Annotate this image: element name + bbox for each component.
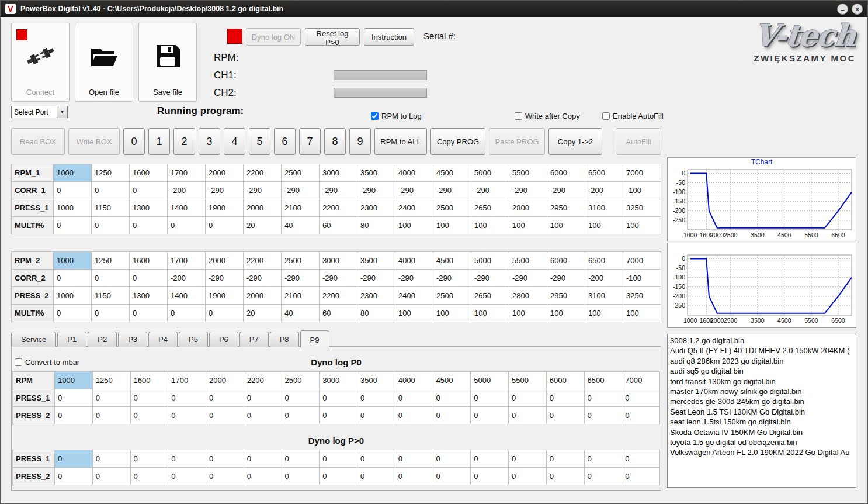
grid-cell[interactable]: 0 [395,468,433,485]
grid-cell[interactable]: 0 [206,468,244,485]
grid-cell[interactable]: 0 [546,389,584,407]
file-list-item[interactable]: 3008 1.2 go digital.bin [668,336,856,346]
grid-cell[interactable]: 0 [320,468,357,485]
program-button-9[interactable]: 9 [349,128,371,155]
grid-cell[interactable]: 1400 [168,287,206,305]
grid-cell[interactable]: 0 [622,407,660,424]
grid-cell[interactable]: 0 [130,182,168,199]
file-list-item[interactable]: ford transit 130km go digital.bin [668,377,856,386]
grid-cell[interactable]: 0 [130,217,168,234]
file-list-item[interactable]: seat leon 1.5tsi 150km go digital.bin [668,417,856,427]
grid-cell[interactable]: 4000 [395,164,433,182]
grid-cell[interactable]: 100 [471,217,509,234]
grid-cell[interactable]: -290 [509,182,547,199]
grid-cell[interactable]: 0 [395,407,433,424]
tab-p9[interactable]: P9 [300,330,329,347]
file-list-item[interactable]: Skoda Octavia IV 150KM Go Digital.bin [668,427,856,437]
grid-cell[interactable]: 2400 [395,199,433,217]
grid-cell[interactable]: 2300 [357,287,395,305]
grid-cell[interactable]: 0 [168,407,206,424]
write-after-copy-checkbox[interactable]: Write after Copy [515,112,580,120]
grid-cell[interactable]: 5500 [509,164,547,182]
grid-cell[interactable]: 0 [130,305,168,322]
grid-cell[interactable]: 2200 [244,164,282,182]
grid-cell[interactable]: 2000 [206,164,244,182]
grid-cell[interactable]: -200 [585,182,623,199]
grid-cell[interactable]: 100 [623,305,661,322]
grid-cell[interactable]: 2650 [471,199,509,217]
grid-cell[interactable]: 0 [471,450,509,468]
grid-cell[interactable]: 7000 [623,252,661,270]
grid-cell[interactable]: 0 [546,450,584,468]
grid-cell[interactable]: 1000 [54,287,92,305]
grid-cell[interactable]: -290 [357,270,395,287]
grid-cell[interactable]: 0 [395,389,433,407]
grid-cell[interactable]: 1900 [206,199,244,217]
grid-cell[interactable]: 1300 [130,287,168,305]
grid-cell[interactable]: 4500 [433,372,471,389]
grid-cell[interactable]: 1250 [92,372,130,389]
grid-cell[interactable]: 100 [585,305,623,322]
grid-cell[interactable]: 3100 [585,199,623,217]
rpm-to-log-input[interactable] [371,112,379,120]
grid-cell[interactable]: -290 [244,182,282,199]
grid-cell[interactable]: 0 [282,407,320,424]
grid-cell[interactable]: 100 [547,217,585,234]
tab-p4[interactable]: P4 [148,332,178,347]
grid-cell[interactable]: 0 [244,450,282,468]
grid-cell[interactable]: 1000 [55,372,93,389]
file-list-item[interactable]: audi q8 286km 2023 go digital.bin [668,356,856,366]
grid-cell[interactable]: 1600 [130,164,168,182]
grid-cell[interactable]: 1700 [168,252,206,270]
grid-cell[interactable]: 1000 [54,164,92,182]
grid-cell[interactable]: 0 [92,468,130,485]
grid-cell[interactable]: -290 [433,182,471,199]
grid-cell[interactable]: 0 [584,407,622,424]
tab-p7[interactable]: P7 [239,332,269,347]
grid-cell[interactable]: 0 [282,450,320,468]
grid-cell[interactable]: 0 [433,450,471,468]
grid-cell[interactable]: 6000 [546,372,584,389]
grid-cell[interactable]: 80 [357,305,395,322]
enable-autofill-input[interactable] [602,112,610,120]
grid-cell[interactable]: -290 [320,270,357,287]
grid-cell[interactable]: 2500 [282,252,320,270]
grid-cell[interactable]: 0 [320,450,357,468]
grid-cell[interactable]: 0 [168,389,206,407]
grid-cell[interactable]: 0 [471,389,509,407]
connect-button[interactable]: Connect [11,23,70,102]
grid-cell[interactable]: 0 [92,270,130,287]
grid-cell[interactable]: 0 [55,407,93,424]
grid-cell[interactable]: 20 [244,305,282,322]
grid-cell[interactable]: 5500 [509,372,547,389]
grid-cell[interactable]: 3250 [623,287,661,305]
grid-cell[interactable]: 1700 [168,164,206,182]
grid-cell[interactable]: -290 [244,270,282,287]
grid-cell[interactable]: 40 [282,305,320,322]
grid-cell[interactable]: -100 [623,182,661,199]
grid-cell[interactable]: 0 [357,407,395,424]
grid-cell[interactable]: 0 [395,450,433,468]
grid-cell[interactable]: -290 [471,270,509,287]
file-list-item[interactable]: audi sq5 go digital.bin [668,366,856,376]
grid-cell[interactable]: 0 [92,450,130,468]
grid-cell[interactable]: -100 [623,270,661,287]
grid-cell[interactable]: 0 [92,305,130,322]
grid-cell[interactable]: 1250 [92,252,130,270]
grid-cell[interactable]: 0 [130,389,168,407]
grid-cell[interactable]: 6000 [547,164,585,182]
grid-cell[interactable]: 0 [357,450,395,468]
grid-cell[interactable]: 2950 [547,199,585,217]
grid-cell[interactable]: 6500 [584,372,622,389]
grid-cell[interactable]: 0 [55,389,93,407]
grid-cell[interactable]: 5000 [471,372,509,389]
file-list-item[interactable]: Volkswagen Arteon FL 2.0 190KM 2022 Go D… [668,447,856,457]
grid-cell[interactable]: 2000 [206,252,244,270]
grid-cell[interactable]: 3000 [320,372,357,389]
grid-cell[interactable]: 4500 [433,252,471,270]
open-file-button[interactable]: Open file [75,23,133,102]
program-button-5[interactable]: 5 [249,128,270,155]
grid-cell[interactable]: 2000 [244,199,282,217]
grid-cell[interactable]: 0 [471,468,509,485]
grid-cell[interactable]: -290 [206,270,244,287]
